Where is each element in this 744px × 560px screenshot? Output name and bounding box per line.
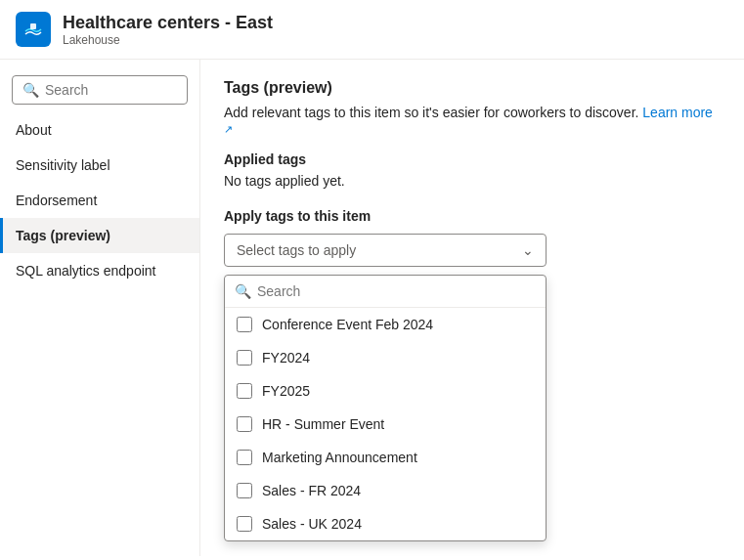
header-text: Healthcare centers - East Lakehouse: [63, 13, 273, 47]
svg-rect-1: [30, 23, 36, 29]
tags-dropdown-container: Select tags to apply ⌄ 🔍 Conference Even…: [224, 234, 547, 267]
list-item[interactable]: Conference Event Feb 2024: [225, 308, 546, 341]
tag-checkbox-fy2024[interactable]: [237, 350, 252, 366]
page-header: Healthcare centers - East Lakehouse: [0, 0, 744, 60]
apply-tags-label: Apply tags to this item: [224, 208, 721, 224]
tag-label-marketing-announcement[interactable]: Marketing Announcement: [262, 450, 417, 465]
tags-dropdown-panel: 🔍 Conference Event Feb 2024 FY2024 FY202: [224, 275, 547, 541]
tag-checkbox-fy2025[interactable]: [237, 383, 252, 399]
list-item[interactable]: Marketing Announcement: [225, 441, 546, 474]
sidebar-search-box[interactable]: 🔍: [12, 75, 188, 105]
sidebar: 🔍 About Sensitivity label Endorsement Ta…: [0, 60, 200, 556]
list-item[interactable]: FY2024: [225, 341, 546, 374]
search-icon: 🔍: [22, 82, 39, 98]
tag-label-sales-fr-2024[interactable]: Sales - FR 2024: [262, 483, 361, 498]
tag-checkbox-sales-uk-2024[interactable]: [237, 516, 252, 532]
sidebar-item-tags-preview[interactable]: Tags (preview): [0, 218, 199, 253]
main-content: Tags (preview) Add relevant tags to this…: [200, 60, 744, 556]
tag-label-conference-event-feb-2024[interactable]: Conference Event Feb 2024: [262, 317, 433, 332]
tag-label-sales-uk-2024[interactable]: Sales - UK 2024: [262, 516, 362, 532]
tag-label-hr-summer-event[interactable]: HR - Summer Event: [262, 416, 384, 432]
main-description: Add relevant tags to this item so it's e…: [224, 105, 721, 136]
sidebar-item-about[interactable]: About: [0, 112, 199, 148]
applied-tags-label: Applied tags: [224, 151, 721, 167]
tag-checkbox-marketing-announcement[interactable]: [237, 450, 252, 465]
tag-label-fy2025[interactable]: FY2025: [262, 383, 310, 399]
page-subtitle: Lakehouse: [63, 33, 273, 47]
main-section-title: Tags (preview): [224, 79, 721, 97]
list-item[interactable]: Sales - FR 2024: [225, 474, 546, 507]
tag-checkbox-hr-summer-event[interactable]: [237, 416, 252, 432]
page-title: Healthcare centers - East: [63, 13, 273, 33]
no-tags-text: No tags applied yet.: [224, 173, 721, 189]
sidebar-search-input[interactable]: [45, 82, 177, 98]
list-item[interactable]: FY2025: [225, 374, 546, 408]
external-link-icon: ↗︎: [224, 123, 233, 135]
chevron-down-icon: ⌄: [522, 242, 534, 258]
tag-checkbox-sales-fr-2024[interactable]: [237, 483, 252, 498]
tags-dropdown-trigger[interactable]: Select tags to apply ⌄: [224, 234, 547, 267]
sidebar-item-sql-analytics-endpoint[interactable]: SQL analytics endpoint: [0, 253, 199, 288]
sidebar-item-sensitivity-label[interactable]: Sensitivity label: [0, 148, 199, 183]
tag-label-fy2024[interactable]: FY2024: [262, 350, 310, 366]
dropdown-search-icon: 🔍: [235, 283, 251, 299]
list-item[interactable]: Sales - UK 2024: [225, 507, 546, 540]
tag-checkbox-conference-event-feb-2024[interactable]: [237, 317, 252, 332]
list-item[interactable]: HR - Summer Event: [225, 408, 546, 441]
lakehouse-icon: [16, 12, 51, 47]
dropdown-search-box[interactable]: 🔍: [225, 276, 546, 308]
tags-dropdown-list: Conference Event Feb 2024 FY2024 FY2025 …: [225, 308, 546, 540]
layout: 🔍 About Sensitivity label Endorsement Ta…: [0, 60, 744, 556]
tags-dropdown-placeholder: Select tags to apply: [237, 242, 356, 258]
dropdown-search-input[interactable]: [257, 283, 536, 299]
sidebar-item-endorsement[interactable]: Endorsement: [0, 183, 199, 218]
